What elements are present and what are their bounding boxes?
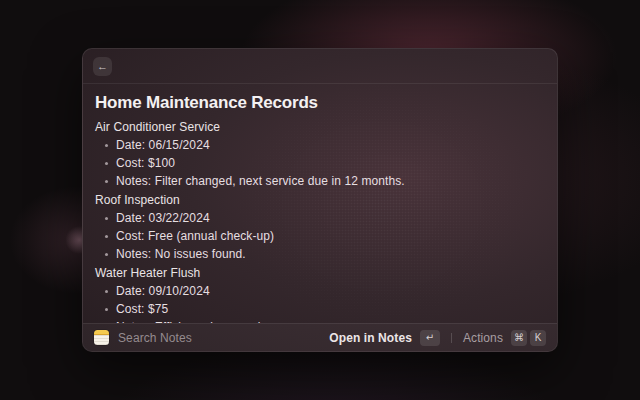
list-item: Notes: Filter changed, next service due … [116,174,543,188]
return-keycap: ↵ [420,330,440,346]
search-notes-label: Search Notes [118,331,192,345]
command-keycap: ⌘ [511,330,527,346]
notes-detail-window: ← Home Maintenance Records Air Condition… [82,48,558,352]
note-title: Home Maintenance Records [95,93,543,113]
back-arrow-icon: ← [97,61,108,72]
back-button[interactable]: ← [93,57,112,76]
actions-label: Actions [463,331,503,345]
list-item: Date: 09/10/2024 [116,284,543,298]
section-list: Date: 09/10/2024 Cost: $75 Notes: Effici… [95,284,543,323]
action-bar: Search Notes Open in Notes ↵ Actions ⌘ K [83,323,557,351]
action-bar-right: Open in Notes ↵ Actions ⌘ K [329,330,546,346]
list-item: Notes: Efficiency improved. [116,320,543,323]
k-keycap: K [530,330,546,346]
open-in-notes-button[interactable]: Open in Notes ↵ [329,330,440,346]
action-bar-left: Search Notes [94,330,329,345]
list-item: Date: 03/22/2024 [116,211,543,225]
list-item: Date: 06/15/2024 [116,138,543,152]
list-item: Notes: No issues found. [116,247,543,261]
section-heading: Air Conditioner Service [95,120,543,134]
section-heading: Water Heater Flush [95,266,543,280]
section-list: Date: 06/15/2024 Cost: $100 Notes: Filte… [95,138,543,188]
list-item: Cost: Free (annual check-up) [116,229,543,243]
notes-app-icon [94,330,109,345]
actions-button[interactable]: Actions ⌘ K [463,330,546,346]
note-section: Air Conditioner Service Date: 06/15/2024… [95,120,543,188]
list-item: Cost: $100 [116,156,543,170]
note-section: Water Heater Flush Date: 09/10/2024 Cost… [95,266,543,323]
window-header: ← [83,49,557,84]
footer-divider [451,333,452,343]
open-in-notes-label: Open in Notes [329,331,412,345]
note-section: Roof Inspection Date: 03/22/2024 Cost: F… [95,193,543,261]
note-content: Home Maintenance Records Air Conditioner… [83,84,557,323]
desktop-background: ← Home Maintenance Records Air Condition… [0,0,640,400]
section-list: Date: 03/22/2024 Cost: Free (annual chec… [95,211,543,261]
actions-shortcut-keys: ⌘ K [511,330,546,346]
list-item: Cost: $75 [116,302,543,316]
section-heading: Roof Inspection [95,193,543,207]
